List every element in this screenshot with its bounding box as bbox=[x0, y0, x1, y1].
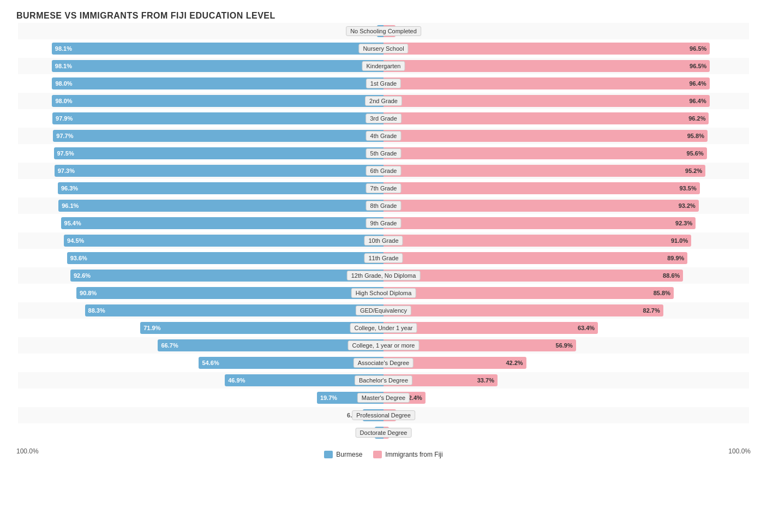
bar-center-label: High School Diploma bbox=[351, 288, 416, 298]
legend-fiji: Immigrants from Fiji bbox=[373, 451, 442, 458]
chart-row: 97.7% 4th Grade 95.8% bbox=[18, 128, 749, 144]
chart-row: 95.4% 9th Grade 92.3% bbox=[18, 215, 749, 231]
bar-burmese: 92.6% bbox=[70, 270, 384, 282]
chart-row: 66.7% College, 1 year or more 56.9% bbox=[18, 337, 749, 354]
bar-center-label: 12th Grade, No Diploma bbox=[347, 271, 421, 280]
bar-label-burmese: 92.6% bbox=[74, 272, 91, 279]
chart-row: 98.1% Kindergarten 96.5% bbox=[18, 58, 749, 74]
chart-row: 6.1% Professional Degree 3.7% bbox=[18, 407, 749, 423]
bar-label-burmese: 97.3% bbox=[58, 168, 75, 174]
bar-fiji: 89.9% bbox=[384, 252, 687, 264]
bar-burmese: 97.3% bbox=[55, 165, 384, 177]
bar-center-label: Kindergarten bbox=[362, 61, 405, 71]
legend-burmese-box bbox=[324, 451, 333, 458]
legend-burmese: Burmese bbox=[324, 451, 362, 458]
legend-fiji-label: Immigrants from Fiji bbox=[385, 451, 442, 458]
bar-label-fiji: 96.5% bbox=[690, 63, 706, 69]
bar-center-label: Master's Degree bbox=[357, 393, 410, 403]
chart-row: 88.3% GED/Equivalency 82.7% bbox=[18, 302, 749, 319]
bar-label-fiji: 63.4% bbox=[578, 325, 595, 331]
bar-fiji: 96.4% bbox=[384, 77, 710, 89]
bar-label-burmese: 71.9% bbox=[143, 325, 160, 331]
bar-fiji: 96.4% bbox=[384, 95, 710, 107]
bar-label-burmese: 66.7% bbox=[161, 342, 178, 349]
bar-label-fiji: 93.5% bbox=[679, 185, 696, 192]
chart-row: 98.0% 1st Grade 96.4% bbox=[18, 75, 749, 92]
bar-label-fiji: 33.7% bbox=[477, 377, 494, 384]
bar-burmese: 97.5% bbox=[54, 147, 384, 159]
bar-center-label: GED/Equivalency bbox=[356, 306, 411, 315]
footer-left: 100.0% bbox=[16, 447, 39, 458]
bar-center-label: 2nd Grade bbox=[365, 96, 402, 106]
chart-row: 1.9% No Schooling Completed 3.5% bbox=[18, 23, 749, 39]
bar-label-fiji: 96.2% bbox=[688, 115, 705, 122]
bar-center-label: 7th Grade bbox=[366, 183, 402, 193]
bar-label-burmese: 97.5% bbox=[57, 150, 74, 157]
bar-fiji: 92.3% bbox=[384, 217, 696, 229]
bar-center-label: Doctorate Degree bbox=[356, 428, 412, 438]
chart-row: 98.1% Nursery School 96.5% bbox=[18, 40, 749, 57]
bar-fiji: 82.7% bbox=[384, 304, 663, 316]
bar-fiji: 95.8% bbox=[384, 130, 708, 142]
bar-burmese: 98.1% bbox=[52, 43, 384, 55]
bar-burmese: 96.3% bbox=[58, 182, 384, 194]
bar-center-label: Nursery School bbox=[358, 44, 408, 53]
bar-burmese: 88.3% bbox=[85, 304, 384, 316]
bar-burmese: 94.5% bbox=[64, 235, 384, 247]
bar-fiji: 85.8% bbox=[384, 287, 674, 299]
bar-label-fiji: 96.4% bbox=[689, 80, 706, 87]
bar-label-burmese: 97.7% bbox=[56, 133, 73, 139]
bar-center-label: 9th Grade bbox=[366, 218, 402, 228]
bar-center-label: Professional Degree bbox=[352, 410, 415, 420]
bar-label-fiji: 89.9% bbox=[667, 255, 684, 261]
bar-fiji: 93.2% bbox=[384, 200, 699, 212]
bar-burmese: 97.9% bbox=[52, 112, 384, 124]
bar-label-fiji: 95.8% bbox=[687, 133, 704, 139]
bar-fiji: 96.5% bbox=[384, 43, 710, 55]
bar-center-label: 4th Grade bbox=[366, 131, 402, 141]
chart-row: 71.9% College, Under 1 year 63.4% bbox=[18, 320, 749, 336]
bar-label-fiji: 96.4% bbox=[689, 98, 706, 104]
chart-footer: 100.0% Burmese Immigrants from Fiji 100.… bbox=[16, 447, 751, 458]
bar-center-label: Bachelor's Degree bbox=[355, 375, 412, 385]
bar-burmese: 95.4% bbox=[61, 217, 384, 229]
bar-label-burmese: 96.3% bbox=[61, 185, 78, 192]
bar-fiji: 93.5% bbox=[384, 182, 700, 194]
chart-row: 90.8% High School Diploma 85.8% bbox=[18, 285, 749, 301]
bar-label-burmese: 46.9% bbox=[228, 377, 245, 384]
bar-burmese: 98.0% bbox=[52, 77, 384, 89]
chart-row: 19.7% Master's Degree 12.4% bbox=[18, 390, 749, 406]
bar-burmese: 96.1% bbox=[58, 200, 384, 212]
chart-row: 97.9% 3rd Grade 96.2% bbox=[18, 110, 749, 127]
bar-center-label: College, Under 1 year bbox=[350, 323, 417, 333]
bar-fiji: 95.2% bbox=[384, 165, 705, 177]
bar-burmese: 71.9% bbox=[140, 322, 384, 334]
bar-label-burmese: 98.0% bbox=[55, 98, 72, 104]
bar-burmese: 97.7% bbox=[53, 130, 384, 142]
bar-burmese: 98.1% bbox=[52, 60, 384, 72]
bar-center-label: Associate's Degree bbox=[353, 358, 414, 368]
bar-fiji: 96.5% bbox=[384, 60, 710, 72]
bar-fiji: 88.6% bbox=[384, 270, 683, 282]
bar-label-burmese: 98.0% bbox=[55, 80, 72, 87]
bar-label-fiji: 56.9% bbox=[556, 342, 573, 349]
bar-fiji: 96.2% bbox=[384, 112, 709, 124]
bar-center-label: 1st Grade bbox=[366, 79, 401, 88]
bar-center-label: College, 1 year or more bbox=[348, 340, 420, 350]
bar-label-burmese: 90.8% bbox=[80, 290, 97, 296]
chart-title: BURMESE VS IMMIGRANTS FROM FIJI EDUCATIO… bbox=[16, 11, 751, 21]
bar-label-burmese: 88.3% bbox=[88, 307, 105, 314]
bar-label-burmese: 97.9% bbox=[56, 115, 73, 122]
bar-center-label: 6th Grade bbox=[366, 166, 402, 176]
bar-center-label: 11th Grade bbox=[364, 253, 403, 263]
bar-label-fiji: 93.2% bbox=[679, 202, 696, 209]
chart-legend: Burmese Immigrants from Fiji bbox=[324, 451, 442, 458]
legend-fiji-box bbox=[373, 451, 382, 458]
chart-row: 98.0% 2nd Grade 96.4% bbox=[18, 93, 749, 109]
bar-center-label: 10th Grade bbox=[364, 236, 403, 246]
bar-burmese: 90.8% bbox=[76, 287, 384, 299]
bar-fiji: 91.0% bbox=[384, 235, 691, 247]
bar-label-burmese: 93.6% bbox=[70, 255, 87, 261]
bar-burmese: 93.6% bbox=[67, 252, 384, 264]
chart-row: 46.9% Bachelor's Degree 33.7% bbox=[18, 372, 749, 388]
